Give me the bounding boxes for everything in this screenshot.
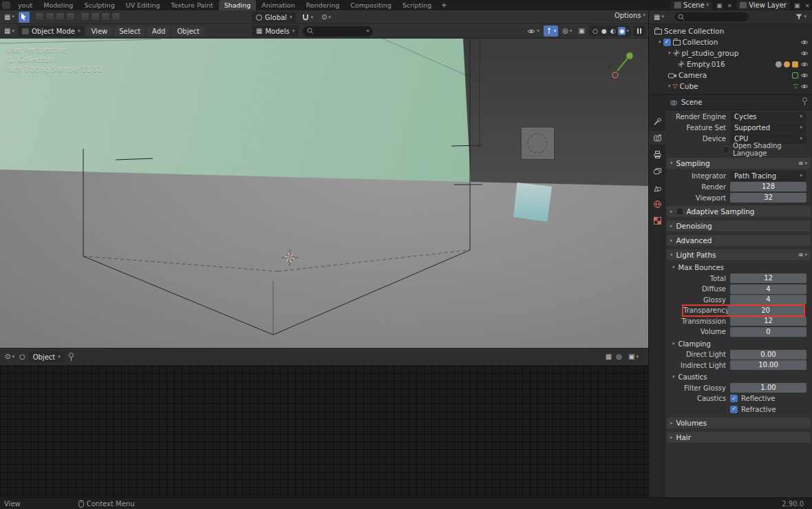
xray-toggle[interactable]: ▣: [577, 25, 587, 37]
tab-output-properties[interactable]: [649, 147, 665, 161]
samples-render-field[interactable]: 128: [730, 182, 806, 191]
tab-texture-properties[interactable]: [649, 214, 665, 227]
tool-settings-icon[interactable]: [35, 12, 44, 21]
workspace-tab-scripting[interactable]: Scripting: [397, 0, 437, 10]
adaptive-sampling-section-header[interactable]: ▸ Adaptive Sampling: [667, 206, 811, 217]
tab-scene-properties[interactable]: [649, 180, 665, 194]
expand-icon[interactable]: ▾: [668, 84, 671, 89]
glossy-bounces-field[interactable]: 4: [730, 295, 806, 304]
pin-button[interactable]: [802, 97, 808, 107]
overlays-toggle[interactable]: ◎ ▾: [560, 25, 574, 37]
active-tool-button[interactable]: [19, 12, 30, 23]
workspace-tab-shading[interactable]: Shading: [219, 0, 257, 10]
outliner-item-camera[interactable]: Camera: [649, 70, 812, 81]
outliner-search-input[interactable]: [674, 12, 749, 21]
volume-bounces-field[interactable]: 0: [730, 327, 806, 337]
transform-orientation-dropdown[interactable]: Global ▾: [252, 12, 296, 23]
expand-icon[interactable]: ▾: [659, 40, 661, 45]
light-paths-section-header[interactable]: ▾ Light Paths ≡ ▾: [667, 249, 811, 260]
add-workspace-button[interactable]: +: [437, 0, 451, 10]
eye-icon[interactable]: [800, 39, 809, 45]
shader-type-dropdown[interactable]: Object ▾: [29, 351, 65, 362]
editor-type-dropdown[interactable]: ⊙ ▾: [3, 353, 16, 360]
shader-header-icon[interactable]: ▣ ▾: [626, 351, 641, 362]
mesh-data-icon[interactable]: ▽: [793, 83, 798, 90]
datablock-icon[interactable]: [784, 61, 790, 67]
menu-view[interactable]: View: [86, 26, 112, 37]
tab-world-properties[interactable]: [649, 197, 665, 211]
caustics-subpanel-header[interactable]: ▾ Caustics: [672, 373, 811, 382]
collection-checkbox[interactable]: ✓: [663, 39, 671, 46]
filter-glossy-field[interactable]: 1.00: [730, 383, 806, 393]
view-layer-selector[interactable]: View Layer: [736, 1, 790, 10]
object-visibility-dropdown[interactable]: ▾: [525, 25, 542, 37]
eye-icon[interactable]: [800, 83, 809, 90]
tool-settings-icon[interactable]: [81, 12, 89, 21]
workspace-tab-compositing[interactable]: Compositing: [345, 0, 397, 10]
pause-render-button[interactable]: [633, 25, 645, 37]
shader-header-icon[interactable]: ▦: [606, 353, 612, 360]
datablock-icon[interactable]: [792, 61, 798, 67]
mode-dropdown[interactable]: Object Mode ▾: [18, 25, 85, 37]
tool-settings-icon[interactable]: [66, 12, 75, 21]
max-bounces-subpanel-header[interactable]: ▾ Max Bounces: [672, 263, 811, 272]
integrator-dropdown[interactable]: Path Tracing▾: [730, 171, 806, 181]
shading-solid-button[interactable]: ●: [600, 27, 608, 35]
tool-settings-icon[interactable]: [56, 12, 65, 21]
sampling-section-header[interactable]: ▾ Sampling ≡ ▾: [667, 158, 811, 169]
render-engine-dropdown[interactable]: Cycles▾: [730, 112, 806, 122]
total-bounces-field[interactable]: 12: [730, 273, 806, 283]
denoising-section-header[interactable]: ▸ Denoising: [667, 220, 811, 231]
eye-icon[interactable]: [800, 72, 809, 79]
editor-type-dropdown[interactable]: ▦ ▾: [3, 28, 16, 34]
outliner-item-empty-016[interactable]: Empty.016: [649, 59, 812, 70]
workspace-tab-uv-editing[interactable]: UV Editing: [120, 0, 166, 10]
tab-view-layer-properties[interactable]: [649, 164, 665, 178]
workspace-tab-layout[interactable]: yout: [12, 0, 38, 10]
workspace-tab-sculpting[interactable]: Sculpting: [78, 0, 120, 10]
asset-library-dropdown[interactable]: ▦ Models ▾: [252, 25, 299, 37]
tool-settings-icon[interactable]: [91, 12, 100, 21]
camera-data-icon[interactable]: [792, 72, 798, 79]
tab-render-properties[interactable]: [649, 131, 665, 145]
editor-type-dropdown[interactable]: ▦ ▾: [3, 14, 16, 21]
workspace-tab-animation[interactable]: Animation: [256, 0, 300, 10]
datablock-icon[interactable]: [776, 61, 782, 67]
options-dropdown[interactable]: Options ▾: [615, 12, 645, 19]
app-menu-icon[interactable]: [2, 1, 10, 9]
hair-section-header[interactable]: ▸ Hair: [667, 432, 811, 443]
gizmo-toggle[interactable]: ▾: [544, 25, 559, 37]
transparency-bounces-field[interactable]: 20: [727, 306, 804, 315]
remove-view-layer-button[interactable]: ×: [804, 2, 811, 9]
workspace-tab-texture-paint[interactable]: Texture Paint: [165, 0, 218, 10]
asset-search-input[interactable]: ▾: [303, 26, 373, 37]
eye-icon[interactable]: [800, 50, 809, 56]
shading-material-button[interactable]: ◐: [609, 27, 617, 35]
indirect-light-field[interactable]: 10.00: [730, 360, 806, 370]
tool-settings-icon[interactable]: [111, 12, 120, 21]
clamping-subpanel-header[interactable]: ▾ Clamping: [672, 340, 811, 349]
outliner-item-cube[interactable]: ▾ ▽ Cube ▽: [649, 81, 812, 92]
outliner-item-scene-collection[interactable]: Scene Collection: [649, 25, 812, 37]
shader-header-icon[interactable]: ◎: [616, 353, 622, 360]
expand-icon[interactable]: ▾: [668, 51, 671, 56]
diffuse-bounces-field[interactable]: 4: [730, 284, 806, 294]
menu-object[interactable]: Object: [172, 26, 204, 37]
scene-selector[interactable]: Scene ▾: [671, 1, 712, 10]
adaptive-sampling-checkbox[interactable]: [676, 208, 683, 215]
preset-menu-icon[interactable]: ≡ ▾: [798, 160, 807, 167]
outliner-filter-dropdown[interactable]: ▾: [793, 12, 809, 23]
tab-tool[interactable]: [649, 114, 665, 128]
snap-toggle[interactable]: ▾: [300, 12, 315, 23]
shading-rendered-button[interactable]: ◉: [618, 27, 626, 35]
eye-icon[interactable]: [800, 61, 809, 67]
outliner-item-collection[interactable]: ▾ ✓ Collection: [649, 37, 812, 48]
samples-viewport-field[interactable]: 32: [730, 193, 806, 202]
pin-icon[interactable]: [68, 353, 74, 362]
preset-menu-icon[interactable]: ≡ ▾: [798, 252, 807, 258]
transmission-bounces-field[interactable]: 12: [730, 316, 806, 326]
editor-type-dropdown[interactable]: ▦ ▾: [652, 14, 665, 21]
tool-settings-icon[interactable]: [101, 12, 110, 21]
reflective-checkbox[interactable]: ✓: [730, 395, 738, 402]
direct-light-field[interactable]: 0.00: [730, 350, 806, 360]
